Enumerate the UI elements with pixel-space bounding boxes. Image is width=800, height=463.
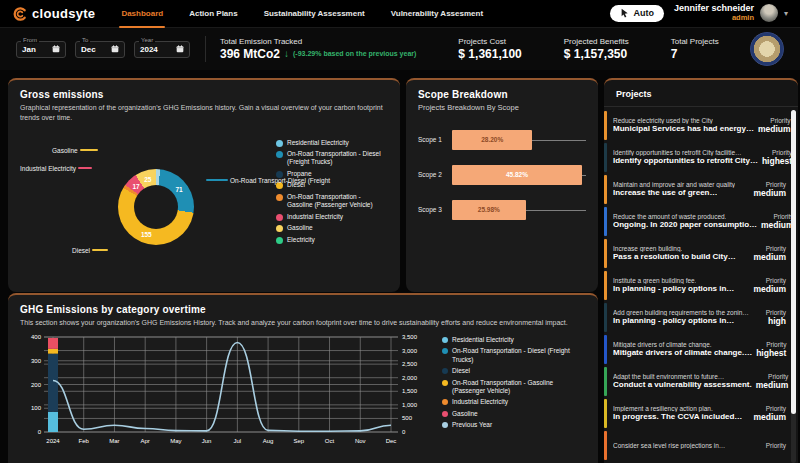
project-priority-value: medium — [753, 412, 786, 422]
callout-gasoline: Gasoline — [52, 147, 98, 154]
project-item[interactable]: Adapt the built environment to future… P… — [604, 367, 786, 396]
nav-tab[interactable]: Action Plans — [189, 0, 237, 28]
from-value: Jan — [22, 45, 36, 54]
nav-tab[interactable]: Vulnerability Assesment — [391, 0, 483, 28]
project-body: Adapt the built environment to future… P… — [613, 367, 788, 396]
scope-bar-row: Scope 2 45.82% — [418, 165, 586, 185]
project-accent-bar — [604, 399, 607, 428]
project-body: Implement a resiliency action plan. Prio… — [613, 399, 786, 428]
project-priority-label: Priority — [768, 373, 788, 380]
project-title: Mitigate drivers of climate change. — [613, 341, 712, 348]
donut-value: 17 — [132, 182, 139, 189]
svg-text:Sep: Sep — [293, 438, 304, 444]
project-body: Reduce the amount of waste produced. Pri… — [613, 207, 794, 236]
legend-label: On-Road Transportation - Diesel (Freight… — [287, 150, 388, 167]
projects-panel: Projects Reduce electricity used by the … — [604, 78, 798, 463]
overtime-description: This section shows your organization's G… — [20, 318, 586, 328]
scope-bar-label: Scope 1 — [418, 136, 452, 143]
legend-item[interactable]: Industrial Electricity — [442, 398, 584, 406]
project-body: Add green building requirements to the z… — [613, 303, 786, 332]
project-priority-label: Priority — [770, 117, 790, 124]
legend-item[interactable]: Industrial Electricity — [276, 213, 388, 221]
project-item[interactable]: Institute a green building fee. Priority… — [604, 271, 786, 300]
overtime-chart[interactable]: 010020030040005001,0001,5002,0002,5003,0… — [20, 332, 436, 452]
benefits-label: Projected Benefits — [564, 37, 629, 47]
project-item[interactable]: Reduce electricity used by the City Prio… — [604, 111, 786, 140]
donut-value: 25 — [144, 175, 151, 182]
project-priority-label: Priority — [772, 149, 792, 156]
main-content: Gross emissions Graphical representation… — [0, 70, 800, 463]
project-title: Institute a green building fee. — [613, 277, 696, 284]
legend-item[interactable]: Gasoline — [276, 224, 388, 232]
scrollbar-track[interactable] — [791, 110, 796, 463]
svg-text:200: 200 — [31, 381, 42, 387]
year-value: 2024 — [140, 45, 158, 54]
legend-item[interactable]: On-Road Transportation - Diesel (Freight… — [442, 347, 584, 364]
project-item[interactable]: Maintain and improve air and water quali… — [604, 175, 786, 204]
svg-text:Aug: Aug — [263, 438, 274, 444]
project-title: Increase green building. — [613, 245, 682, 252]
year-field[interactable]: Year 2024 — [134, 41, 190, 58]
project-item[interactable]: Reduce the amount of waste produced. Pri… — [604, 207, 786, 236]
project-priority-value: medium — [753, 284, 786, 294]
to-field[interactable]: To Dec — [75, 41, 125, 58]
scope-bar[interactable]: 25.98% — [452, 200, 526, 220]
project-accent-bar — [604, 239, 607, 268]
project-item[interactable]: Consider sea level rise projections in… … — [604, 431, 786, 460]
project-item[interactable]: Implement a resiliency action plan. Prio… — [604, 399, 786, 428]
project-title: Maintain and improve air and water quali… — [613, 181, 735, 188]
scrollbar-thumb[interactable] — [791, 110, 796, 414]
project-item[interactable]: Mitigate drivers of climate change. Prio… — [604, 335, 786, 364]
legend-item[interactable]: Residential Electricity — [276, 139, 388, 147]
from-field[interactable]: From Jan — [16, 41, 66, 58]
user-role: admin — [674, 14, 754, 22]
calendar-icon[interactable] — [52, 45, 60, 53]
legend-item[interactable]: Electricity — [276, 236, 388, 244]
scope-bar-label: Scope 2 — [418, 171, 452, 178]
scope-bar[interactable]: 45.82% — [452, 165, 582, 185]
overtime-title: GHG Emissions by category overtime — [20, 304, 586, 315]
legend-dot — [276, 237, 283, 244]
project-priority-label: Priority — [766, 277, 786, 284]
chevron-down-icon[interactable]: ▾ — [784, 9, 788, 18]
legend-item[interactable]: Diesel — [442, 367, 584, 375]
legend-item[interactable]: On-Road Transportation - Diesel (Freight… — [276, 150, 388, 167]
svg-text:2,500: 2,500 — [402, 361, 418, 367]
nav-tab[interactable]: Dashboard — [121, 0, 163, 28]
auto-button[interactable]: Auto — [610, 5, 664, 22]
emission-label: Total Emission Tracked — [220, 37, 416, 47]
project-body: Mitigate drivers of climate change. Prio… — [613, 335, 786, 364]
nav-tab[interactable]: Sustainability Assessment — [264, 0, 365, 28]
emission-delta: (-93.29% based on the previous year) — [293, 50, 416, 59]
legend-item[interactable]: Previous Year — [442, 421, 584, 429]
svg-text:Jun: Jun — [202, 438, 212, 444]
scope-bar-value: 28.20% — [481, 136, 503, 143]
legend-item[interactable]: Residential Electricity — [442, 336, 584, 344]
svg-text:0: 0 — [38, 429, 42, 435]
svg-text:3,000: 3,000 — [402, 347, 418, 353]
legend-dot — [276, 140, 283, 147]
calendar-icon[interactable] — [176, 45, 184, 53]
project-accent-bar — [604, 303, 607, 332]
project-item[interactable]: Add green building requirements to the z… — [604, 303, 786, 332]
avatar[interactable] — [760, 4, 778, 22]
legend-dot — [442, 411, 448, 417]
city-seal-logo — [750, 32, 784, 66]
project-item[interactable]: Identify opportunities to retrofit City … — [604, 143, 786, 172]
gross-title: Gross emissions — [20, 89, 388, 100]
scope-bar[interactable]: 28.20% — [452, 130, 532, 150]
legend-dot — [276, 214, 283, 221]
cloudsyte-logo-icon — [12, 6, 28, 22]
scope-title: Scope Breakdown — [418, 89, 586, 100]
legend-item[interactable]: Gasoline — [442, 410, 584, 418]
svg-text:May: May — [170, 438, 181, 444]
legend-label: On-Road Transportation - Diesel (Freight… — [452, 347, 584, 364]
brand[interactable]: cloudsyte — [12, 6, 95, 22]
calendar-icon[interactable] — [111, 45, 119, 53]
leader-line — [206, 179, 228, 181]
legend-item[interactable]: On-Road Transportation - Gasoline (Passe… — [442, 379, 584, 396]
legend-item[interactable]: On-Road Transportation - Gasoline (Passe… — [276, 193, 388, 210]
project-accent-bar — [604, 431, 607, 460]
user-menu[interactable]: Jennifer schneider admin ▾ — [674, 4, 788, 22]
project-item[interactable]: Increase green building. Priority Pass a… — [604, 239, 786, 268]
